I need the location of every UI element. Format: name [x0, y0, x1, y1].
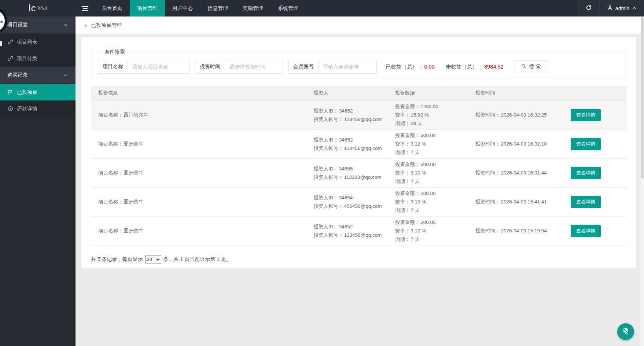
- refresh-icon: [585, 4, 592, 12]
- edge-widget-glyph: [0, 41, 2, 46]
- cell-action: 查看详情: [568, 100, 627, 129]
- link-icon: [7, 56, 13, 61]
- amount-value: 1200.00: [420, 104, 438, 109]
- search-legend: 条件搜索: [101, 49, 129, 55]
- sidebar-group-label: 购买记录: [7, 72, 28, 78]
- dollar-circle-icon: $: [7, 106, 13, 111]
- rate-value: 3.12 %: [411, 228, 426, 233]
- scrollbar-track[interactable]: [641, 16, 644, 346]
- topbar: lcTP5.3 后台首页 项目管理 用户中心 信息管理 奖励管理 系统管理: [0, 0, 644, 16]
- user-menu[interactable]: admin: [599, 0, 644, 16]
- investor-id-value: 34652: [339, 108, 353, 114]
- sidebar-group-purchase-records[interactable]: 购买记录: [0, 67, 76, 84]
- project-name-value: 亚洲黄牛: [124, 141, 144, 147]
- rate-value: 15.92 %: [411, 112, 429, 118]
- cell-invest-data: 投资金额：500.00 费率：3.12 % 周期：7 天: [392, 129, 472, 158]
- top-nav: 后台首页 项目管理 用户中心 信息管理 奖励管理 系统管理: [95, 0, 306, 16]
- earned-total: 已收益（总）：0.00: [386, 63, 435, 70]
- chevron-down-icon: [63, 22, 68, 27]
- search-button-label: 搜 索: [529, 63, 541, 70]
- invest-time-value: 2026-04-03 16:01:44: [501, 170, 547, 176]
- invest-time-group: 投资时间: [195, 60, 283, 74]
- edge-widget-dot: [0, 21, 3, 23]
- cycle-value: 28 天: [411, 121, 422, 126]
- sidebar-group-label: 项目设置: [7, 22, 28, 28]
- nav-item-info[interactable]: 信息管理: [200, 0, 235, 16]
- invest-time-value: 2026-04-03 16:32:25: [501, 112, 547, 118]
- table-row: 项目名称：亚洲黄牛 投资人ID：34654 投资人帐号：456456@qq.co…: [91, 187, 627, 216]
- notification-float-button[interactable]: [617, 323, 634, 340]
- topbar-right: admin: [578, 0, 644, 16]
- page-size-select[interactable]: 20: [145, 255, 161, 264]
- view-detail-button[interactable]: 查看详情: [571, 138, 601, 150]
- nav-item-users[interactable]: 用户中心: [165, 0, 200, 16]
- member-account-input[interactable]: [319, 60, 376, 73]
- investor-account-value: 123456@qq.com: [344, 117, 382, 122]
- project-name-input[interactable]: [128, 60, 189, 73]
- header-invest-data: 投资数据: [392, 86, 472, 100]
- cell-investor: 投资人ID：34652 投资人帐号：123456@qq.com: [310, 129, 392, 158]
- sidebar-item-label: 项目分类: [17, 55, 37, 62]
- nav-item-home[interactable]: 后台首页: [95, 0, 130, 16]
- bell-slash-icon: [621, 326, 630, 337]
- member-account-group: 会员账号: [288, 60, 377, 74]
- view-detail-button[interactable]: 查看详情: [571, 196, 601, 208]
- sidebar-item-repayment-details[interactable]: $ 还款详情: [0, 100, 76, 117]
- project-name-group: 项目名称: [98, 60, 190, 74]
- cell-invest-data: 投资金额：1200.00 费率：15.92 % 周期：28 天: [392, 100, 472, 129]
- cell-action: 查看详情: [568, 216, 627, 245]
- search-button[interactable]: 搜 索: [515, 60, 547, 73]
- invest-time-value: 2026-04-03 16:32:10: [501, 141, 547, 147]
- investor-id-value: 34652: [339, 137, 353, 143]
- earned-total-label: 已收益（总）：: [386, 64, 423, 70]
- flag-icon: [7, 89, 13, 95]
- earned-total-value: 0.00: [424, 64, 435, 70]
- invest-time-value: 2026-04-03 15:41:41: [501, 199, 547, 205]
- amount-value: 500.00: [420, 162, 435, 167]
- hamburger-icon[interactable]: [76, 0, 95, 16]
- cell-invest-data: 投资金额：500.00 费率：3.10 % 周期：7 天: [392, 158, 472, 187]
- scrollbar-thumb[interactable]: [641, 17, 644, 178]
- breadcrumb: » 已投项目管理: [76, 16, 644, 34]
- sidebar-group-project-settings[interactable]: 项目设置: [0, 16, 76, 33]
- rate-value: 3.10 %: [411, 170, 426, 176]
- pagination-prefix: 共 5 条记录，每页显示: [91, 256, 143, 263]
- refresh-button[interactable]: [578, 0, 599, 16]
- cell-investor: 投资人ID：34654 投资人帐号：456456@qq.com: [310, 187, 392, 216]
- caret-up-icon: [632, 5, 637, 11]
- logo-text: lc: [29, 3, 36, 14]
- invest-time-input[interactable]: [225, 60, 283, 73]
- investor-account-value: 456456@qq.com: [344, 203, 382, 209]
- user-name: admin: [615, 5, 629, 11]
- sidebar-item-label: 还款详情: [17, 106, 37, 112]
- cell-project: 项目名称：亚洲黄牛: [91, 129, 310, 158]
- nav-item-rewards[interactable]: 奖励管理: [235, 0, 271, 16]
- sidebar-item-project-category[interactable]: 项目分类: [0, 50, 76, 67]
- page-title: 已投项目管理: [91, 22, 122, 29]
- cell-investor: 投资人ID：34652 投资人帐号：123456@qq.com: [310, 216, 392, 245]
- sidebar-item-invested-projects[interactable]: 已投项目: [0, 84, 76, 100]
- rate-value: 3.10 %: [411, 199, 426, 205]
- sidebar: 项目设置 项目列表 项目分类 购买记录: [0, 16, 76, 346]
- nav-item-projects[interactable]: 项目管理: [130, 0, 165, 16]
- project-name-value: 亚洲黄牛: [124, 228, 144, 233]
- view-detail-button[interactable]: 查看详情: [571, 225, 601, 237]
- rate-value: 3.12 %: [411, 141, 426, 147]
- cell-invest-time: 投资时间：2026-04-03 16:32:25: [472, 100, 568, 129]
- table-row: 项目名称：西门塔尔牛 投资人ID：34652 投资人帐号：123456@qq.c…: [91, 100, 627, 129]
- sidebar-item-label: 已投项目: [17, 89, 37, 96]
- cell-project: 项目名称：亚洲黄牛: [91, 158, 310, 187]
- amount-value: 500.00: [420, 191, 435, 196]
- nav-item-system[interactable]: 系统管理: [271, 0, 306, 16]
- view-detail-button[interactable]: 查看详情: [571, 167, 601, 179]
- sidebar-item-label: 项目列表: [17, 39, 37, 45]
- breadcrumb-arrow-icon: »: [84, 22, 87, 28]
- user-icon: [607, 5, 613, 12]
- project-name-value: 亚洲黄牛: [124, 170, 144, 176]
- sidebar-item-project-list[interactable]: 项目列表: [0, 34, 76, 50]
- cell-action: 查看详情: [568, 158, 627, 187]
- unearned-total-value: 8984.52: [484, 64, 503, 70]
- invest-time-value: 2026-04-03 15:19:54: [501, 228, 547, 233]
- cell-invest-time: 投资时间：2026-04-03 16:32:10: [472, 129, 568, 158]
- view-detail-button[interactable]: 查看详情: [571, 109, 601, 121]
